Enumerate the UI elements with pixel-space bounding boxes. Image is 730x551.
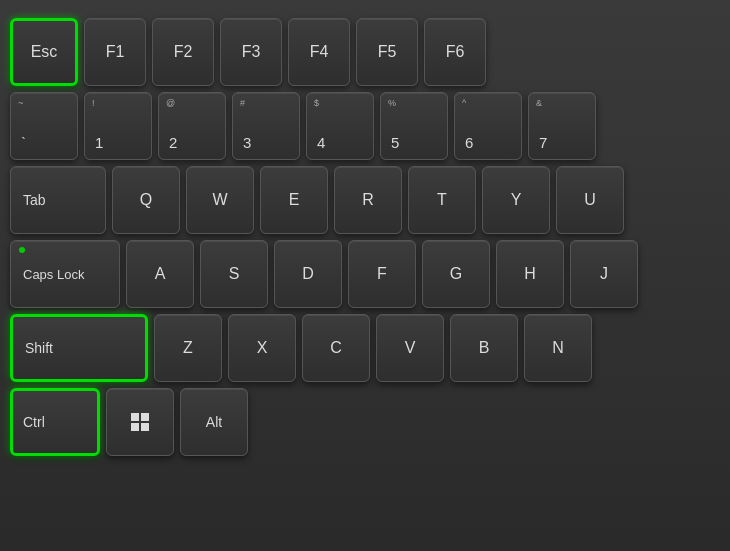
fn-row: Esc F1 F2 F3 F4 F5 F6: [10, 18, 720, 86]
caps-lock-indicator: [19, 247, 25, 253]
key-b[interactable]: B: [450, 314, 518, 382]
key-z[interactable]: Z: [154, 314, 222, 382]
number-row: ~ ` ! 1 @ 2 # 3 $ 4 % 5 ^ 6 & 7: [10, 92, 720, 160]
bottom-row: Ctrl Alt: [10, 388, 720, 456]
key-6[interactable]: ^ 6: [454, 92, 522, 160]
ctrl-label: Ctrl: [23, 414, 45, 430]
key-f4[interactable]: F4: [288, 18, 350, 86]
keyboard: Esc F1 F2 F3 F4 F5 F6 ~ ` ! 1 @: [0, 0, 730, 551]
key-caps-lock[interactable]: Caps Lock: [10, 240, 120, 308]
key-a[interactable]: A: [126, 240, 194, 308]
key-f5[interactable]: F5: [356, 18, 418, 86]
key-w[interactable]: W: [186, 166, 254, 234]
qwerty-row: Tab Q W E R T Y U: [10, 166, 720, 234]
key-j[interactable]: J: [570, 240, 638, 308]
key-d[interactable]: D: [274, 240, 342, 308]
key-n[interactable]: N: [524, 314, 592, 382]
key-r[interactable]: R: [334, 166, 402, 234]
key-s[interactable]: S: [200, 240, 268, 308]
key-u[interactable]: U: [556, 166, 624, 234]
key-f[interactable]: F: [348, 240, 416, 308]
key-shift-left[interactable]: Shift: [10, 314, 148, 382]
key-h[interactable]: H: [496, 240, 564, 308]
zxcv-row: Shift Z X C V B N: [10, 314, 720, 382]
key-x[interactable]: X: [228, 314, 296, 382]
key-f3[interactable]: F3: [220, 18, 282, 86]
key-e[interactable]: E: [260, 166, 328, 234]
key-7[interactable]: & 7: [528, 92, 596, 160]
key-esc[interactable]: Esc: [10, 18, 78, 86]
asdf-row: Caps Lock A S D F G H J: [10, 240, 720, 308]
key-q[interactable]: Q: [112, 166, 180, 234]
windows-icon: [131, 413, 149, 431]
key-alt-left[interactable]: Alt: [180, 388, 248, 456]
key-f1[interactable]: F1: [84, 18, 146, 86]
shift-label: Shift: [25, 340, 53, 356]
key-2[interactable]: @ 2: [158, 92, 226, 160]
caps-lock-label: Caps Lock: [23, 267, 84, 282]
f2-label: F2: [174, 43, 193, 61]
f4-label: F4: [310, 43, 329, 61]
esc-label: Esc: [31, 43, 58, 61]
key-3[interactable]: # 3: [232, 92, 300, 160]
key-4[interactable]: $ 4: [306, 92, 374, 160]
key-y[interactable]: Y: [482, 166, 550, 234]
key-5[interactable]: % 5: [380, 92, 448, 160]
key-f2[interactable]: F2: [152, 18, 214, 86]
alt-label: Alt: [206, 414, 222, 430]
key-t[interactable]: T: [408, 166, 476, 234]
key-win[interactable]: [106, 388, 174, 456]
key-tilde[interactable]: ~ `: [10, 92, 78, 160]
tab-label: Tab: [23, 192, 46, 208]
key-1[interactable]: ! 1: [84, 92, 152, 160]
key-v[interactable]: V: [376, 314, 444, 382]
f3-label: F3: [242, 43, 261, 61]
key-g[interactable]: G: [422, 240, 490, 308]
key-ctrl-left[interactable]: Ctrl: [10, 388, 100, 456]
f5-label: F5: [378, 43, 397, 61]
key-c[interactable]: C: [302, 314, 370, 382]
key-f6[interactable]: F6: [424, 18, 486, 86]
key-tab[interactable]: Tab: [10, 166, 106, 234]
f1-label: F1: [106, 43, 125, 61]
f6-label: F6: [446, 43, 465, 61]
